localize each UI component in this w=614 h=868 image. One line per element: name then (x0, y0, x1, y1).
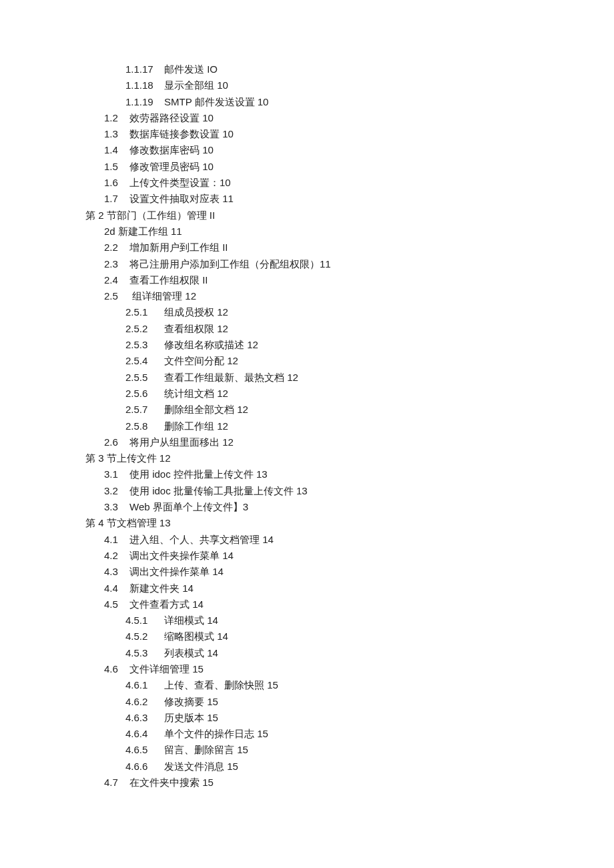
toc-title: 设置文件抽取对应表 11 (129, 193, 234, 204)
toc-title: 修改管理员密码 10 (129, 161, 214, 172)
toc-entry: 第 2 节部门（工作组）管理 II (85, 207, 614, 224)
toc-number: 3.1 (104, 466, 124, 482)
toc-number: 1.1.18 (125, 77, 156, 93)
toc-entry: 2.4查看工作组权限 II (104, 272, 614, 288)
toc-entry: 4.6.4单个文件的操作日志 15 (125, 726, 614, 742)
toc-number: 1.2 (104, 110, 124, 126)
toc-title: Web 界面单个上传文件】3 (129, 501, 248, 512)
toc-entry: 4.5.2缩略图模式 14 (125, 628, 614, 644)
toc-number: 1.3 (104, 126, 124, 142)
toc-number: 2.5.7 (125, 402, 156, 418)
toc-entry: 4.7在文件夹中搜索 15 (104, 775, 614, 791)
toc-number: 1.6 (104, 175, 124, 191)
toc-number: 2.5.5 (125, 370, 156, 386)
toc-number: 1.1.17 (125, 61, 156, 77)
toc-entry: 4.1进入组、个人、共享文档管理 14 (104, 532, 614, 548)
toc-number: 2.5.6 (125, 386, 156, 402)
toc-title: 调出文件夹操作菜单 14 (129, 550, 234, 561)
toc-title: 上传、查看、删除快照 15 (164, 679, 278, 691)
toc-number: 1.5 (104, 159, 124, 175)
toc-entry: 4.4新建文件夹 14 (104, 580, 614, 596)
toc-entry: 2.3将己注册用户添加到工作组（分配组权限）11 (104, 256, 614, 272)
toc-number: 2.5.2 (125, 321, 156, 337)
toc-entry: 3.2使用 idoc 批量传输工具批量上传文件 13 (104, 483, 614, 499)
toc-entry: 4.6.1上传、查看、删除快照 15 (125, 677, 614, 693)
toc-number: 4.5.2 (125, 628, 156, 644)
toc-number: 4.6.5 (125, 742, 156, 758)
toc-number: 2.5.8 (125, 418, 156, 434)
toc-entry: 1.1.19SMTP 邮件发送设置 10 (125, 94, 614, 110)
toc-number: 4.6.4 (125, 726, 156, 742)
toc-number: 1.1.19 (125, 94, 156, 110)
toc-title: 文件查看方式 14 (129, 598, 204, 610)
toc-title: 数据库链接参数设置 10 (129, 128, 234, 139)
toc-title: 将己注册用户添加到工作组（分配组权限）11 (129, 258, 331, 270)
toc-entry: 3.1使用 idoc 控件批量上传文件 13 (104, 466, 614, 482)
toc-entry: 1.4修改数据库密码 10 (104, 142, 614, 158)
toc-number: 4.6.6 (125, 759, 156, 775)
toc-entry: 4.6.3历史版本 15 (125, 710, 614, 726)
toc-title: 上传文件类型设置：10 (129, 177, 231, 188)
toc-title: 显示全部组 10 (164, 79, 228, 91)
toc-entry: 4.6.2修改摘要 15 (125, 694, 614, 710)
toc-entry: 4.6文件详细管理 15 (104, 661, 614, 677)
toc-entry: 1.3数据库链接参数设置 10 (104, 126, 614, 142)
toc-number: 4.2 (104, 548, 124, 564)
toc-number: 4.6.2 (125, 694, 156, 710)
toc-title: 新建文件夹 14 (129, 582, 194, 594)
toc-title: 文件详细管理 15 (129, 663, 204, 675)
toc-title: 第 2 节部门（工作组）管理 II (85, 209, 215, 221)
toc-title: 组成员授权 12 (164, 306, 228, 318)
toc-number: 4.1 (104, 532, 124, 548)
toc-title: 修改组名称或描述 12 (164, 339, 258, 350)
toc-title: 查看工作组最新、最热文档 12 (164, 372, 298, 383)
toc-entry: 1.5修改管理员密码 10 (104, 159, 614, 175)
toc-number: 4.6.3 (125, 710, 156, 726)
toc-title: 增加新用户到工作组 II (129, 242, 228, 253)
toc-entry: 第 3 节上传文件 12 (85, 450, 614, 466)
toc-entry: 3.3Web 界面单个上传文件】3 (104, 499, 614, 515)
toc-number: 4.6.1 (125, 677, 156, 693)
toc-title: 文件空间分配 12 (164, 355, 238, 366)
toc-entry: 2.6将用户从组里面移出 12 (104, 434, 614, 450)
toc-entry: 1.6上传文件类型设置：10 (104, 175, 614, 191)
toc-entry: 1.7设置文件抽取对应表 11 (104, 191, 614, 207)
toc-entry: 2.5.4文件空间分配 12 (125, 353, 614, 369)
toc-entry: 2.5.1组成员授权 12 (125, 304, 614, 320)
toc-title: 发送文件消息 15 (164, 761, 238, 772)
toc-number: 3.2 (104, 483, 124, 499)
table-of-contents: 1.1.17邮件发送 IO1.1.18显示全部组 101.1.19SMTP 邮件… (85, 61, 614, 791)
toc-title: 删除组全部文档 12 (164, 404, 248, 415)
toc-title: 删除工作组 12 (164, 420, 228, 432)
toc-title: 邮件发送 IO (164, 63, 218, 75)
toc-title: 单个文件的操作日志 15 (164, 728, 268, 739)
toc-title: 使用 idoc 控件批量上传文件 13 (129, 468, 268, 480)
toc-entry: 4.5.3列表模式 14 (125, 645, 614, 661)
toc-title: 使用 idoc 批量传输工具批量上传文件 13 (129, 485, 308, 496)
toc-number: 2.6 (104, 434, 124, 450)
toc-title: 详细模式 14 (164, 614, 218, 626)
toc-entry: 2.5.8删除工作组 12 (125, 418, 614, 434)
toc-title: 进入组、个人、共享文档管理 14 (129, 534, 274, 545)
toc-title: 查看组权限 12 (164, 323, 228, 334)
toc-title: 缩略图模式 14 (164, 630, 228, 642)
toc-title: 调出文件操作菜单 14 (129, 566, 224, 577)
toc-number: 4.5.3 (125, 645, 156, 661)
toc-number: 2.5.4 (125, 353, 156, 369)
toc-title: 查看工作组权限 II (129, 274, 208, 286)
toc-number: 3.3 (104, 499, 124, 515)
toc-title: 修改数据库密码 10 (129, 144, 214, 155)
toc-number: 4.4 (104, 580, 124, 596)
toc-title: 列表模式 14 (164, 647, 218, 659)
toc-entry: 2.5 组详细管理 12 (104, 288, 614, 304)
toc-number: 4.5.1 (125, 612, 156, 628)
toc-title: 留言、删除留言 15 (164, 744, 248, 755)
toc-entry: 2.5.6统计组文档 12 (125, 386, 614, 402)
toc-entry: 2.5.7删除组全部文档 12 (125, 402, 614, 418)
toc-title: 第 3 节上传文件 12 (85, 452, 171, 464)
toc-entry: 2.5.5查看工作组最新、最热文档 12 (125, 370, 614, 386)
toc-title: 历史版本 15 (164, 712, 218, 723)
toc-entry: 1.1.17邮件发送 IO (125, 61, 614, 77)
toc-title: 将用户从组里面移出 12 (129, 436, 234, 448)
toc-entry: 第 4 节文档管理 13 (85, 515, 614, 531)
